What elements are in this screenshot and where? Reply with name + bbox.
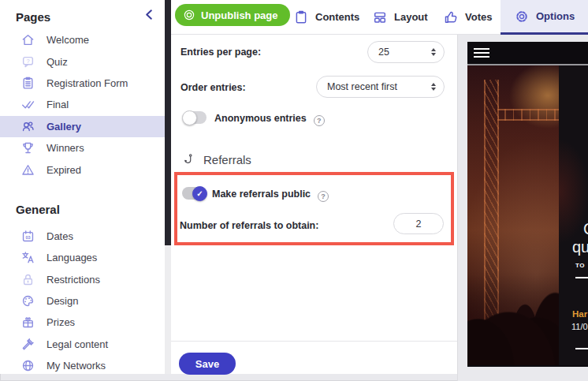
- scrollbar-thumb[interactable]: [165, 0, 171, 245]
- select-arrows-icon: [431, 83, 436, 91]
- preview-text-area: C qu TO Har 11/0: [559, 65, 588, 365]
- page-toolbar: Unpublish page Contents Layout Votes Opt…: [171, 0, 588, 35]
- referrals-number-label: Number of referrals to obtain:: [180, 220, 318, 231]
- mobile-preview: C qu TO Har 11/0: [467, 42, 588, 367]
- svg-text:03: 03: [25, 235, 30, 240]
- preview-highlight-text: Har: [572, 309, 587, 319]
- preview-date-text: 11/0: [571, 322, 588, 331]
- clipboard-icon: [294, 10, 308, 24]
- gear-icon: [515, 9, 529, 24]
- hook-icon: [184, 153, 195, 166]
- sidebar-item-design[interactable]: Design: [0, 290, 165, 312]
- toggle-knob: [182, 110, 197, 125]
- sidebar-item-registration-form[interactable]: Registration Form: [0, 73, 165, 94]
- app-window: Pages Welcome ? Quiz Registration Form F…: [0, 0, 588, 381]
- help-icon[interactable]: ?: [318, 191, 329, 202]
- anonymous-entries-toggle[interactable]: [184, 111, 207, 124]
- thumbs-up-icon: [444, 10, 458, 24]
- hamburger-icon[interactable]: [474, 48, 489, 60]
- crowd-silhouette: [467, 272, 559, 365]
- preview-header-bar: [467, 42, 588, 65]
- make-referrals-public-toggle[interactable]: ✓: [182, 187, 205, 200]
- tab-options[interactable]: Options: [501, 0, 588, 35]
- stage-truss-beam: [497, 109, 559, 121]
- panel-scrollbar[interactable]: [165, 0, 171, 374]
- unpublish-page-button[interactable]: Unpublish page: [175, 4, 290, 26]
- tab-votes[interactable]: Votes: [444, 0, 492, 34]
- referrals-heading: Referrals: [184, 153, 251, 166]
- palette-icon: [20, 294, 35, 308]
- translate-icon: [20, 251, 35, 264]
- referrals-number-input[interactable]: [393, 213, 444, 234]
- sidebar-item-my-networks[interactable]: My Networks: [0, 355, 165, 376]
- sidebar-item-expired[interactable]: Expired: [0, 159, 165, 180]
- home-icon: [20, 33, 35, 47]
- order-entries-label: Order entries:: [180, 82, 246, 93]
- warning-triangle-icon: [20, 163, 35, 177]
- preview-rule: [575, 277, 588, 278]
- select-arrows-icon: [431, 48, 436, 56]
- sidebar-item-dates[interactable]: 03 Dates: [0, 226, 165, 247]
- sidebar: Pages Welcome ? Quiz Registration Form F…: [0, 0, 165, 374]
- sidebar-item-languages[interactable]: Languages: [0, 247, 165, 268]
- footer-divider: [171, 341, 457, 342]
- quiz-bubble-icon: ?: [20, 55, 35, 69]
- sidebar-item-final[interactable]: Final: [0, 94, 165, 115]
- general-section-title: General: [16, 203, 154, 216]
- preview-body: C qu TO Har 11/0: [467, 65, 588, 365]
- sidebar-item-welcome[interactable]: Welcome: [0, 29, 165, 50]
- live-circles-icon: [183, 9, 195, 21]
- referrals-highlight-box: ✓ Make referrals public? Number of refer…: [174, 172, 454, 245]
- preview-headline: C qu: [559, 220, 588, 256]
- sidebar-item-legal-content[interactable]: Legal content: [0, 334, 165, 355]
- tab-contents[interactable]: Contents: [294, 0, 359, 34]
- entries-per-page-label: Entries per page:: [180, 47, 261, 58]
- sidebar-item-gallery[interactable]: Gallery: [0, 116, 165, 137]
- options-panel: Entries per page: 25 Order entries: Most…: [171, 35, 457, 374]
- sidebar-item-prizes[interactable]: Prizes: [0, 312, 165, 333]
- layout-grid-icon: [373, 10, 387, 24]
- people-icon: [20, 120, 35, 133]
- save-button[interactable]: Save: [179, 353, 236, 375]
- toggle-knob-check: ✓: [192, 186, 207, 201]
- preview-rule: [575, 348, 588, 349]
- tab-layout[interactable]: Layout: [373, 0, 428, 34]
- clipboard-list-icon: [20, 77, 35, 90]
- pages-section-title: Pages: [16, 10, 154, 24]
- make-referrals-public-label: Make referrals public?: [212, 189, 329, 202]
- calendar-icon: 03: [20, 230, 35, 243]
- sidebar-item-quiz[interactable]: ? Quiz: [0, 50, 165, 72]
- chevron-left-icon: [143, 9, 155, 21]
- preview-small-label: TO: [575, 262, 585, 269]
- lock-icon: [20, 273, 35, 286]
- pages-nav: Welcome ? Quiz Registration Form Final G…: [0, 29, 165, 181]
- concert-photo: [467, 65, 559, 365]
- help-icon[interactable]: ?: [314, 115, 325, 126]
- gift-icon: [20, 316, 35, 329]
- general-nav: 03 Dates Languages Restrictions Design P…: [0, 226, 165, 377]
- globe-icon: [20, 359, 35, 372]
- collapse-sidebar-button[interactable]: [143, 9, 155, 21]
- svg-text:?: ?: [26, 57, 29, 64]
- double-check-icon: [20, 98, 35, 111]
- order-entries-select[interactable]: Most recent first: [316, 76, 445, 98]
- anonymous-entries-label: Anonymous entries?: [214, 113, 325, 126]
- mobile-preview-panel: C qu TO Har 11/0: [457, 35, 588, 381]
- sidebar-item-winners[interactable]: Winners: [0, 137, 165, 159]
- entries-per-page-select[interactable]: 25: [367, 41, 445, 63]
- trophy-icon: [20, 141, 35, 155]
- gavel-icon: [20, 338, 35, 351]
- sidebar-item-restrictions[interactable]: Restrictions: [0, 269, 165, 290]
